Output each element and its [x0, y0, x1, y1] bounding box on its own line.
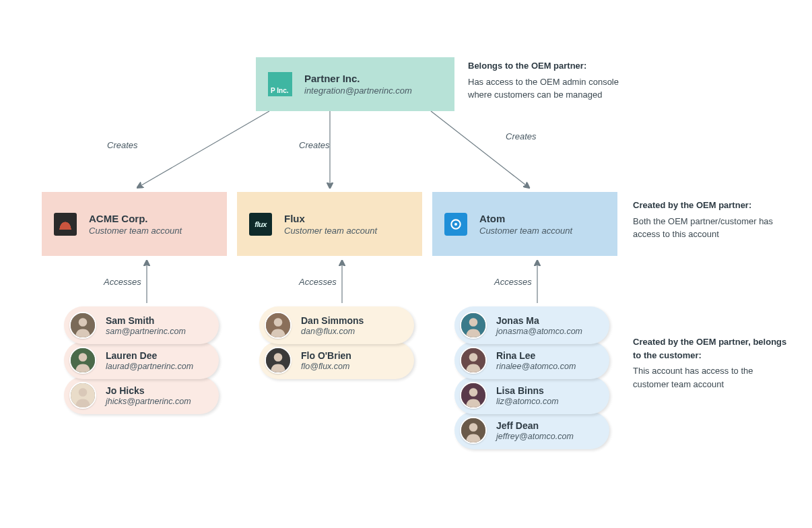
customer-name: Flux [284, 213, 377, 224]
svg-line-0 [138, 111, 269, 187]
user-name: Flo O'Brien [301, 350, 351, 361]
svg-point-15 [274, 318, 283, 327]
customer-name: ACME Corp. [89, 213, 182, 224]
user-email: flo@flux.com [301, 362, 351, 371]
user-list-atom: Jonas Ma jonasma@atomco.com Rina Lee rin… [454, 306, 609, 447]
user-email: laurad@partnerinc.com [106, 362, 193, 371]
customer-card-flux: flux Flux Customer team account [237, 192, 422, 256]
user-card: Lauren Dee laurad@partnerinc.com [64, 341, 219, 379]
note-customer: Created by the OEM partner: Both the OEM… [633, 199, 791, 241]
user-name: Jo Hicks [106, 385, 191, 396]
avatar [460, 382, 487, 409]
user-email: rinalee@atomco.com [496, 362, 576, 371]
user-list-acme: Sam Smith sam@partnerinc.com Lauren Dee … [64, 306, 219, 411]
user-name: Sam Smith [106, 315, 186, 326]
edge-label-creates: Creates [506, 131, 537, 141]
user-card: Dan Simmons dan@flux.com [259, 306, 414, 344]
edge-label-creates: Creates [107, 140, 138, 150]
svg-line-2 [431, 111, 529, 187]
user-name: Dan Simmons [301, 315, 364, 326]
note-user: Created by the OEM partner, belongs to t… [633, 335, 791, 391]
avatar [265, 347, 292, 374]
edge-label-accesses: Accesses [494, 277, 532, 287]
user-name: Lisa Binns [496, 385, 559, 396]
user-card: Jonas Ma jonasma@atomco.com [454, 306, 609, 344]
avatar [460, 417, 487, 444]
svg-point-11 [79, 353, 88, 362]
customer-subtitle: Customer team account [284, 226, 377, 236]
partner-email: integration@partnerinc.com [304, 86, 412, 96]
user-card: Jeff Dean jeffrey@atomco.com [454, 411, 609, 449]
svg-point-21 [469, 353, 478, 362]
avatar [69, 347, 96, 374]
acme-logo [54, 213, 77, 236]
edge-label-creates: Creates [299, 140, 330, 150]
user-email: jeffrey@atomco.com [496, 432, 574, 441]
user-email: dan@flux.com [301, 327, 364, 336]
edge-label-accesses: Accesses [104, 277, 141, 287]
user-email: jonasma@atomco.com [496, 327, 582, 336]
svg-point-25 [469, 423, 478, 432]
customer-card-atom: Atom Customer team account [432, 192, 617, 256]
atom-logo [444, 213, 467, 236]
user-email: jhicks@partnerinc.com [106, 397, 191, 406]
partner-logo: P Inc. [268, 72, 292, 96]
avatar [265, 312, 292, 339]
user-email: liz@atomco.com [496, 397, 559, 406]
avatar [460, 312, 487, 339]
user-card: Jo Hicks jhicks@partnerinc.com [64, 376, 219, 414]
avatar [69, 312, 96, 339]
customer-subtitle: Customer team account [89, 226, 182, 236]
avatar [69, 382, 96, 409]
partner-name: Partner Inc. [304, 73, 412, 84]
user-name: Lauren Dee [106, 350, 193, 361]
user-list-flux: Dan Simmons dan@flux.com Flo O'Brien flo… [259, 306, 414, 376]
svg-point-9 [79, 318, 88, 327]
svg-point-13 [79, 388, 88, 397]
note-partner: Belongs to the OEM partner: Has access t… [468, 59, 626, 102]
user-card: Flo O'Brien flo@flux.com [259, 341, 414, 379]
customer-subtitle: Customer team account [479, 226, 572, 236]
user-card: Lisa Binns liz@atomco.com [454, 376, 609, 414]
svg-point-23 [469, 388, 478, 397]
user-name: Jonas Ma [496, 315, 582, 326]
user-name: Jeff Dean [496, 420, 574, 431]
customer-card-acme: ACME Corp. Customer team account [42, 192, 227, 256]
svg-point-7 [454, 222, 457, 225]
flux-logo: flux [249, 213, 272, 236]
svg-point-17 [274, 353, 283, 362]
avatar [460, 347, 487, 374]
user-name: Rina Lee [496, 350, 576, 361]
customer-name: Atom [479, 213, 572, 224]
edge-label-accesses: Accesses [299, 277, 337, 287]
user-card: Rina Lee rinalee@atomco.com [454, 341, 609, 379]
user-card: Sam Smith sam@partnerinc.com [64, 306, 219, 344]
user-email: sam@partnerinc.com [106, 327, 186, 336]
partner-account-card: P Inc. Partner Inc. integration@partneri… [256, 57, 454, 111]
svg-point-19 [469, 318, 478, 327]
